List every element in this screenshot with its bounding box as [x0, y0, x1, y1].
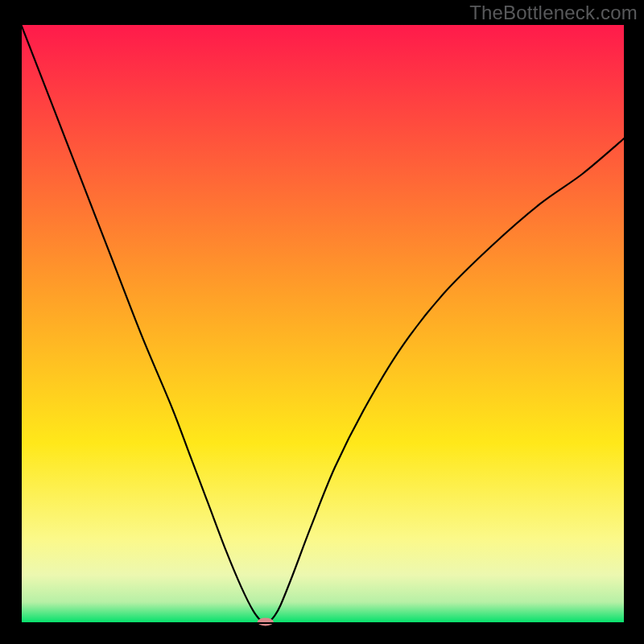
watermark-text: TheBottleneck.com: [469, 2, 638, 24]
chart-frame: TheBottleneck.com: [0, 0, 644, 644]
bottleneck-chart: [0, 0, 644, 644]
plot-background-gradient: [21, 24, 625, 623]
vertex-marker: [258, 618, 274, 626]
